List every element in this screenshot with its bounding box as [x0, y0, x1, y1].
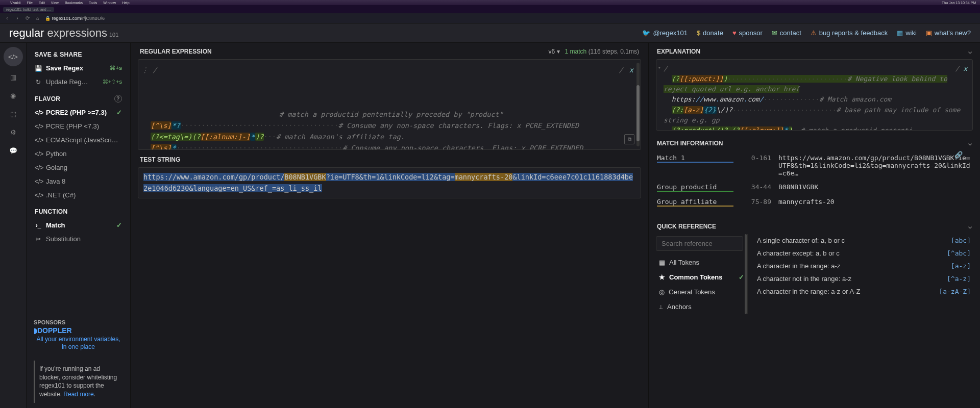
function-match[interactable]: ›_Match✓ — [27, 218, 130, 232]
collapse-icon[interactable]: ⌵ — [968, 140, 972, 147]
save-share-header: SAVE & SHARE — [27, 48, 130, 61]
rail-quiz-icon[interactable]: ⬚ — [6, 106, 21, 121]
quickref-panel: ▦All Tokens★Common Tokens✓◎General Token… — [656, 234, 973, 314]
explanation-panel: ▾ / x / (?[[:punct:]])··················… — [656, 59, 973, 131]
flavor-python[interactable]: </>Python — [27, 147, 130, 161]
match-info-row[interactable]: Match 10-161https://www.amazon.com/gp/pr… — [656, 151, 973, 180]
regex-input-box[interactable]: ⋮ / / x # match a productid pententially… — [138, 59, 641, 150]
adblock-readmore[interactable]: Read more — [63, 391, 93, 398]
rail-account-icon[interactable]: ◉ — [6, 88, 21, 103]
sponsors-box: SPONSORS ◗ DOPPLER All your environment … — [27, 315, 130, 355]
flavor-pcre2[interactable]: </>PCRE2 (PHP >=7.3)✓ — [27, 106, 130, 119]
quickref-row[interactable]: A single character of: a, b or c[abc] — [755, 234, 973, 247]
app-header: regular expressions101 🐦@regex101 $donat… — [0, 23, 980, 43]
back-button[interactable]: ‹ — [4, 15, 10, 21]
nav-donate[interactable]: $donate — [697, 29, 723, 37]
nav-twitter[interactable]: 🐦@regex101 — [642, 29, 687, 37]
reload-button[interactable]: ⟳ — [24, 15, 31, 21]
left-rail: </> ▥ ◉ ⬚ ⚙ 💬 — [0, 43, 27, 408]
quickref-row[interactable]: A character not in the range: a-z[^a-z] — [755, 272, 973, 285]
flavor-header: FLAVOR ? — [27, 92, 130, 106]
right-column: EXPLANATION⌵ ▾ / x / (?[[:punct:]])·····… — [648, 43, 980, 408]
home-button[interactable]: ⌂ — [35, 15, 41, 21]
export-icon[interactable]: 🔗 — [954, 151, 963, 159]
copy-icon[interactable]: ⧉ — [624, 134, 634, 144]
address-bar[interactable]: 🔒 regex101.com/r/jC8nBU/6 — [45, 16, 105, 21]
test-string-title: TEST STRING — [131, 150, 648, 167]
quickref-category[interactable]: ⟂Anchors — [656, 299, 747, 314]
nav-contact[interactable]: ✉contact — [772, 29, 801, 37]
quickref-category[interactable]: ◎General Tokens — [656, 285, 747, 299]
nav-sponsor[interactable]: ♥sponsor — [732, 29, 763, 37]
collapse-icon[interactable]: ⌵ — [968, 48, 972, 55]
save-regex[interactable]: 💾 Save Regex ⌘+s — [27, 61, 130, 75]
match-info-row[interactable]: Group affiliate75-89mannycrafts-20 — [656, 195, 973, 210]
save-icon: 💾 — [35, 65, 42, 72]
sponsor-doppler[interactable]: ◗ DOPPLER — [34, 326, 123, 335]
quickref-category[interactable]: ★Common Tokens✓ — [656, 270, 747, 285]
quickref-title: QUICK REFERENCE — [657, 223, 716, 230]
browser-tab-strip[interactable]: regex101: build, test, and … — [0, 5, 980, 13]
center-column: REGULAR EXPRESSION v6 ▾ 1 match (116 ste… — [131, 43, 648, 408]
explanation-title: EXPLANATION — [657, 48, 700, 55]
info-icon[interactable]: ? — [114, 95, 122, 103]
sidebar: SAVE & SHARE 💾 Save Regex ⌘+s ↻ Update R… — [27, 43, 131, 408]
browser-tab[interactable]: regex101: build, test, and … — [3, 7, 54, 12]
nav-bugs[interactable]: ⚠bug reports & feedback — [811, 29, 888, 37]
match-info-row[interactable]: Group productid34-44B08NB1VGBK — [656, 180, 973, 195]
match-info-panel: 🔗 Match 10-161https://www.amazon.com/gp/… — [656, 151, 973, 210]
top-nav: 🐦@regex101 $donate ♥sponsor ✉contact ⚠bu… — [642, 29, 971, 37]
nav-wiki[interactable]: ▦wiki — [897, 29, 917, 37]
rail-chat-icon[interactable]: 💬 — [6, 143, 21, 158]
version-selector[interactable]: v6 ▾ — [549, 48, 560, 55]
flavor-js[interactable]: </>ECMAScript (JavaScri… — [27, 133, 130, 147]
function-header: FUNCTION — [27, 205, 130, 218]
quickref-row[interactable]: A character in the range: a-z or A-Z[a-z… — [755, 285, 973, 298]
flavor-dotnet[interactable]: </>.NET (C#) — [27, 188, 130, 202]
flavor-golang[interactable]: </>Golang — [27, 161, 130, 174]
match-stats: 1 match (116 steps, 0.1ms) — [565, 48, 639, 55]
update-regex[interactable]: ↻ Update Reg… ⌘+⇧+s — [27, 75, 130, 89]
update-icon: ↻ — [35, 79, 42, 86]
nav-whatsnew[interactable]: ▣what's new? — [926, 29, 971, 37]
function-substitution[interactable]: ✂Substitution — [27, 232, 130, 246]
flavor-pcre[interactable]: </>PCRE (PHP <7.3) — [27, 119, 130, 133]
logo[interactable]: regular expressions101 — [9, 27, 118, 40]
browser-toolbar: ‹ › ⟳ ⌂ 🔒 regex101.com/r/jC8nBU/6 — [0, 13, 980, 23]
quickref-search-input[interactable] — [656, 236, 743, 251]
adblock-notice: If you're running an ad blocker, conside… — [34, 361, 123, 403]
rail-settings-icon[interactable]: ⚙ — [6, 124, 21, 140]
test-string-input[interactable]: https://www.amazon.com/gp/product/B08NB1… — [138, 167, 641, 198]
flavor-java[interactable]: </>Java 8 — [27, 174, 130, 188]
collapse-icon[interactable]: ⌵ — [968, 223, 972, 230]
regex-title: REGULAR EXPRESSION — [140, 48, 212, 55]
rail-regex-icon[interactable]: </> — [4, 47, 23, 66]
forward-button[interactable]: › — [14, 15, 20, 21]
macos-menubar: VivaldiFileEditViewBookmarksToolsWindowH… — [0, 0, 980, 5]
quickref-row[interactable]: A character in the range: a-z[a-z] — [755, 260, 973, 272]
match-info-title: MATCH INFORMATION — [657, 140, 723, 147]
rail-library-icon[interactable]: ▥ — [6, 69, 21, 85]
quickref-category[interactable]: ▦All Tokens — [656, 255, 747, 270]
quickref-row[interactable]: A character except: a, b or c[^abc] — [755, 247, 973, 260]
